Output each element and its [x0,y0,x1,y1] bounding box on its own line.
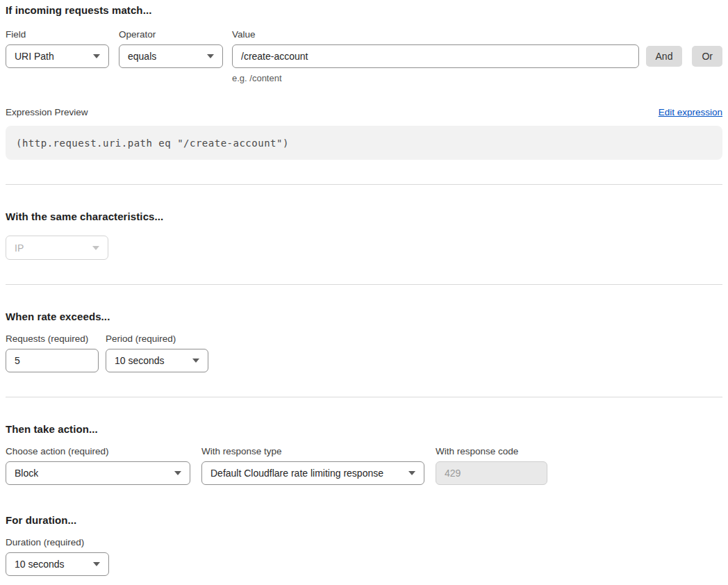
operator-select-value: equals [128,51,156,62]
caret-down-icon [207,54,214,58]
value-column: Value e.g. /content [232,29,639,83]
response-type-label: With response type [201,446,424,456]
requests-label: Requests (required) [6,333,99,344]
rate-section-heading: When rate exceeds... [6,311,722,322]
duration-column: Duration (required) 10 seconds [6,537,109,576]
field-column: Field URI Path [6,29,109,68]
period-select[interactable]: 10 seconds [106,349,208,372]
duration-label: Duration (required) [6,537,109,547]
caret-down-icon [93,54,100,58]
operator-column: Operator equals [119,29,223,68]
and-button-wrap: And [646,29,683,67]
section-divider [6,284,722,285]
period-label: Period (required) [106,333,208,344]
rate-fields-row: Requests (required) Period (required) 10… [6,333,722,372]
expression-preview-box: (http.request.uri.path eq "/create-accou… [6,126,722,160]
value-label: Value [232,29,639,40]
value-input[interactable] [232,44,639,68]
expression-preview-header: Expression Preview Edit expression [6,107,722,117]
section-for-duration: For duration... Duration (required) 10 s… [6,514,722,576]
match-section-heading: If incoming requests match... [6,4,722,16]
operator-select[interactable]: equals [119,44,223,68]
section-divider [6,184,722,185]
edit-expression-link[interactable]: Edit expression [659,107,722,117]
expression-preview-label: Expression Preview [6,107,88,117]
duration-select-value: 10 seconds [15,559,65,570]
response-type-select-value: Default Cloudflare rate limiting respons… [210,468,383,479]
section-divider [6,397,722,397]
period-column: Period (required) 10 seconds [106,333,208,372]
response-type-select[interactable]: Default Cloudflare rate limiting respons… [201,461,424,485]
requests-column: Requests (required) [6,333,99,372]
period-select-value: 10 seconds [115,355,165,366]
section-take-action: Then take action... Choose action (requi… [6,423,722,485]
characteristic-select: IP [6,236,108,260]
rate-limiting-rule-form: If incoming requests match... Field URI … [0,0,728,576]
choose-action-column: Choose action (required) Block [6,446,190,485]
duration-select[interactable]: 10 seconds [6,552,109,576]
duration-section-heading: For duration... [6,514,722,526]
or-button[interactable]: Or [692,46,722,67]
response-code-label: With response code [436,446,547,456]
and-button[interactable]: And [646,46,683,67]
choose-action-select[interactable]: Block [6,461,190,485]
value-helper-text: e.g. /content [232,73,639,83]
requests-input[interactable] [6,349,99,372]
caret-down-icon [93,562,100,566]
expression-text: (http.request.uri.path eq "/create-accou… [16,138,289,149]
field-select[interactable]: URI Path [6,44,109,68]
caret-down-icon [408,471,415,475]
response-code-input [436,461,547,485]
choose-action-select-value: Block [15,468,38,479]
caret-down-icon [174,471,181,475]
field-label: Field [6,29,109,40]
caret-down-icon [192,359,199,363]
section-same-characteristics: With the same characteristics... IP [6,211,722,260]
section-rate-exceeds: When rate exceeds... Requests (required)… [6,311,722,372]
match-fields-row: Field URI Path Operator equals Value e.g… [6,29,722,83]
caret-down-icon [92,246,99,250]
response-type-column: With response type Default Cloudflare ra… [201,446,424,485]
characteristics-section-heading: With the same characteristics... [6,211,722,222]
response-code-column: With response code [436,446,547,485]
action-fields-row: Choose action (required) Block With resp… [6,446,722,485]
operator-label: Operator [119,29,223,40]
characteristic-select-value: IP [15,242,24,254]
section-incoming-requests-match: If incoming requests match... Field URI … [6,4,722,160]
or-button-wrap: Or [692,29,722,67]
action-section-heading: Then take action... [6,423,722,435]
field-select-value: URI Path [15,51,54,62]
choose-action-label: Choose action (required) [6,446,190,456]
